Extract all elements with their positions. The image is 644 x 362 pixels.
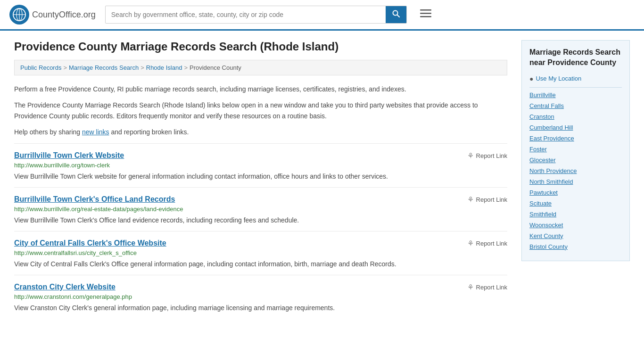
- sidebar-city-link-east-providence[interactable]: East Providence: [529, 135, 622, 142]
- sidebar-city-link-glocester[interactable]: Glocester: [529, 156, 622, 164]
- breadcrumb-sep-1: >: [63, 64, 67, 71]
- main-container: Providence County Marriage Records Searc…: [0, 31, 644, 328]
- breadcrumb-current: Providence County: [190, 64, 241, 71]
- result-url-2[interactable]: http://www.centralfallsri.us/city_clerk_…: [14, 249, 507, 256]
- report-icon-0: ⚘: [467, 151, 474, 160]
- sidebar-city-link-scituate[interactable]: Scituate: [529, 200, 622, 207]
- report-icon-2: ⚘: [467, 239, 474, 248]
- sidebar-county-link-kent-county[interactable]: Kent County: [529, 232, 622, 239]
- sidebar-city-link-cranston[interactable]: Cranston: [529, 113, 622, 120]
- hamburger-icon: [420, 8, 431, 19]
- svg-rect-9: [420, 16, 431, 17]
- report-label-3: Report Link: [476, 284, 507, 291]
- logo-link[interactable]: CountyOffice.org: [9, 5, 96, 25]
- search-icon: [392, 10, 400, 17]
- result-item: Burrillville Town Clerk's Office Land Re…: [14, 187, 507, 231]
- sidebar-city-link-pawtucket[interactable]: Pawtucket: [529, 189, 622, 196]
- result-header-0: Burrillville Town Clerk Website ⚘ Report…: [14, 151, 507, 162]
- sidebar-cities-list: BurrillvilleCentral FallsCranstonCumberl…: [529, 91, 622, 229]
- result-item: Cranston City Clerk Website ⚘ Report Lin…: [14, 275, 507, 319]
- search-button[interactable]: [386, 6, 406, 23]
- sidebar: Marriage Records Search near Providence …: [521, 40, 630, 319]
- sidebar-city-link-central-falls[interactable]: Central Falls: [529, 102, 622, 109]
- result-title-2[interactable]: City of Central Falls Clerk's Office Web…: [14, 239, 166, 247]
- report-icon-1: ⚘: [467, 195, 474, 204]
- report-link-3[interactable]: ⚘ Report Link: [467, 283, 507, 292]
- result-header-3: Cranston City Clerk Website ⚘ Report Lin…: [14, 283, 507, 293]
- breadcrumb-link-rhode-island[interactable]: Rhode Island: [146, 64, 182, 71]
- sidebar-city-link-cumberland-hill[interactable]: Cumberland Hill: [529, 124, 622, 131]
- location-pin-icon: ●: [529, 75, 533, 82]
- sidebar-title: Marriage Records Search near Providence …: [529, 47, 622, 68]
- search-bar: [105, 6, 407, 24]
- report-label-2: Report Link: [476, 240, 507, 247]
- sidebar-city-link-north-smithfield[interactable]: North Smithfield: [529, 178, 622, 185]
- sidebar-box: Marriage Records Search near Providence …: [521, 40, 630, 261]
- page-title: Providence County Marriage Records Searc…: [14, 40, 507, 53]
- svg-line-6: [397, 15, 399, 17]
- sidebar-city-link-north-providence[interactable]: North Providence: [529, 167, 622, 174]
- results-list: Burrillville Town Clerk Website ⚘ Report…: [14, 143, 507, 319]
- result-desc-0: View Burrillville Town Clerk website for…: [14, 172, 507, 181]
- content-area: Providence County Marriage Records Searc…: [14, 40, 507, 319]
- result-title-3[interactable]: Cranston City Clerk Website: [14, 283, 116, 291]
- result-url-0[interactable]: http://www.burrillville.org/town-clerk: [14, 162, 507, 169]
- description-3: Help others by sharing new links and rep…: [14, 127, 507, 137]
- result-desc-1: View Burrillville Town Clerk's Office la…: [14, 215, 507, 225]
- report-link-2[interactable]: ⚘ Report Link: [467, 239, 507, 248]
- result-item: City of Central Falls Clerk's Office Web…: [14, 231, 507, 275]
- result-desc-2: View City of Central Falls Clerk's Offic…: [14, 259, 507, 269]
- site-header: CountyOffice.org: [0, 0, 644, 31]
- sidebar-city-link-woonsocket[interactable]: Woonsocket: [529, 222, 622, 229]
- sidebar-divider: [529, 87, 622, 88]
- logo-text: CountyOffice.org: [32, 10, 96, 20]
- logo-icon: [9, 5, 29, 25]
- search-input[interactable]: [106, 7, 386, 22]
- result-header-2: City of Central Falls Clerk's Office Web…: [14, 239, 507, 249]
- sidebar-county-link-bristol-county[interactable]: Bristol County: [529, 243, 622, 250]
- svg-rect-7: [420, 9, 431, 11]
- breadcrumb-sep-3: >: [184, 64, 188, 71]
- new-links-link[interactable]: new links: [82, 128, 109, 136]
- result-item: Burrillville Town Clerk Website ⚘ Report…: [14, 143, 507, 187]
- sidebar-city-link-burrillville[interactable]: Burrillville: [529, 91, 622, 99]
- breadcrumb: Public Records > Marriage Records Search…: [14, 60, 507, 75]
- result-header-1: Burrillville Town Clerk's Office Land Re…: [14, 195, 507, 206]
- sidebar-city-link-foster[interactable]: Foster: [529, 146, 622, 153]
- result-desc-3: View Cranston City Clerk's general infor…: [14, 303, 507, 313]
- result-title-1[interactable]: Burrillville Town Clerk's Office Land Re…: [14, 195, 175, 204]
- use-location-button[interactable]: ● Use My Location: [529, 75, 622, 82]
- result-url-1[interactable]: http://www.burrillville.org/real-estate-…: [14, 206, 507, 213]
- svg-rect-8: [420, 13, 431, 14]
- breadcrumb-link-public-records[interactable]: Public Records: [20, 64, 61, 71]
- report-label-0: Report Link: [476, 152, 507, 159]
- breadcrumb-sep-2: >: [140, 64, 144, 71]
- sidebar-city-link-smithfield[interactable]: Smithfield: [529, 211, 622, 218]
- report-link-0[interactable]: ⚘ Report Link: [467, 151, 507, 160]
- breadcrumb-link-marriage-records[interactable]: Marriage Records Search: [69, 64, 139, 71]
- description-1: Perform a free Providence County, RI pub…: [14, 84, 507, 94]
- result-title-0[interactable]: Burrillville Town Clerk Website: [14, 151, 124, 160]
- sidebar-counties-list: Kent CountyBristol County: [529, 232, 622, 250]
- hamburger-button[interactable]: [416, 6, 435, 24]
- result-url-3[interactable]: http://www.cranstonri.com/generalpage.ph…: [14, 293, 507, 300]
- report-link-1[interactable]: ⚘ Report Link: [467, 195, 507, 204]
- report-label-1: Report Link: [476, 196, 507, 203]
- description-2: The Providence County Marriage Records S…: [14, 100, 507, 121]
- report-icon-3: ⚘: [467, 283, 474, 292]
